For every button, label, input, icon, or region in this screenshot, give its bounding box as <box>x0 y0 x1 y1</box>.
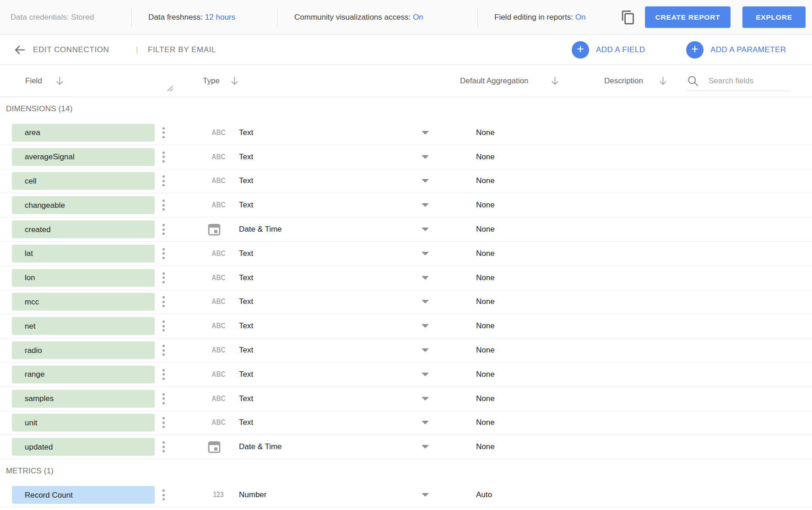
aggregation-value[interactable]: None <box>476 321 495 331</box>
dropdown-arrow-icon[interactable] <box>422 348 429 352</box>
field-type-value[interactable]: Text <box>239 152 253 162</box>
sort-down-icon[interactable] <box>54 75 65 87</box>
column-header-aggregation[interactable]: Default Aggregation <box>460 76 528 86</box>
add-a-field-button[interactable]: + ADD A FIELD <box>572 41 645 59</box>
more-options-icon[interactable] <box>161 415 167 430</box>
aggregation-value[interactable]: None <box>476 152 495 162</box>
field-type-value[interactable]: Text <box>239 297 253 306</box>
dropdown-arrow-icon[interactable] <box>422 421 429 424</box>
field-name-pill[interactable]: updated <box>12 438 155 456</box>
field-type-value[interactable]: Text <box>239 370 253 379</box>
field-name-pill[interactable]: range <box>12 365 155 383</box>
field-name-pill[interactable]: Record Count <box>12 486 155 504</box>
dropdown-arrow-icon[interactable] <box>422 397 429 401</box>
aggregation-value[interactable]: None <box>476 346 495 355</box>
sort-down-icon[interactable] <box>229 75 240 87</box>
aggregation-value[interactable]: None <box>476 442 495 451</box>
dropdown-arrow-icon[interactable] <box>422 252 429 255</box>
column-header-description[interactable]: Description <box>604 76 643 86</box>
dropdown-arrow-icon[interactable] <box>422 445 429 449</box>
field-name-pill[interactable]: created <box>12 221 155 239</box>
field-type-value[interactable]: Date & Time <box>239 442 282 451</box>
field-type-value[interactable]: Text <box>239 201 253 210</box>
aggregation-value[interactable]: None <box>476 297 495 306</box>
field-name-pill[interactable]: radio <box>12 342 155 359</box>
column-header-field[interactable]: Field <box>25 76 42 86</box>
filter-by-email-button[interactable]: FILTER BY EMAIL <box>148 45 216 54</box>
dropdown-arrow-icon[interactable] <box>422 179 429 183</box>
sort-down-icon[interactable] <box>657 75 669 87</box>
field-name-pill[interactable]: unit <box>12 414 155 432</box>
aggregation-value[interactable]: None <box>476 201 495 210</box>
more-options-icon[interactable] <box>161 488 167 502</box>
more-options-icon[interactable] <box>161 150 167 164</box>
table-row: netABCTextNone <box>0 314 812 338</box>
field-name-pill[interactable]: changeable <box>12 196 155 214</box>
more-options-icon[interactable] <box>161 367 167 382</box>
aggregation-value[interactable]: None <box>476 225 495 234</box>
field-name-pill[interactable]: lat <box>12 244 155 262</box>
aggregation-value[interactable]: Auto <box>476 490 492 499</box>
dropdown-arrow-icon[interactable] <box>422 276 429 280</box>
dropdown-arrow-icon[interactable] <box>422 373 429 376</box>
dropdown-arrow-icon[interactable] <box>422 203 429 207</box>
back-arrow-icon[interactable] <box>13 43 27 57</box>
dropdown-arrow-icon[interactable] <box>422 131 429 135</box>
field-type-value[interactable]: Text <box>239 128 253 137</box>
aggregation-value[interactable]: None <box>476 273 495 282</box>
more-options-icon[interactable] <box>161 343 167 358</box>
kebab-dot <box>162 200 165 202</box>
field-type-value[interactable]: Text <box>239 346 253 355</box>
dropdown-arrow-icon[interactable] <box>422 228 429 231</box>
copy-icon[interactable] <box>621 10 636 25</box>
data-freshness-value[interactable]: 12 hours <box>205 13 235 22</box>
more-options-icon[interactable] <box>161 319 167 333</box>
community-viz-value[interactable]: On <box>413 13 423 22</box>
more-options-icon[interactable] <box>161 246 167 261</box>
more-options-icon[interactable] <box>161 294 167 309</box>
add-a-parameter-button[interactable]: + ADD A PARAMETER <box>686 41 786 59</box>
field-type-value[interactable]: Text <box>239 273 253 282</box>
more-options-icon[interactable] <box>161 125 167 140</box>
field-editing-value[interactable]: On <box>575 13 586 22</box>
field-type-value[interactable]: Number <box>239 490 266 499</box>
field-type-value[interactable]: Text <box>239 394 253 403</box>
field-type-value[interactable]: Text <box>239 176 253 185</box>
field-name-pill[interactable]: mcc <box>12 293 155 311</box>
aggregation-value[interactable]: None <box>476 176 495 185</box>
aggregation-value[interactable]: None <box>476 418 495 427</box>
dropdown-arrow-icon[interactable] <box>422 155 429 159</box>
data-credentials-value[interactable]: Stored <box>71 13 94 22</box>
field-name-pill[interactable]: samples <box>12 390 155 407</box>
more-options-icon[interactable] <box>161 439 167 454</box>
search-fields-input[interactable] <box>709 76 805 86</box>
aggregation-value[interactable]: None <box>476 394 495 403</box>
dropdown-arrow-icon[interactable] <box>422 493 429 497</box>
field-type-value[interactable]: Text <box>239 418 253 427</box>
abc-type-icon: ABC <box>207 201 229 210</box>
more-options-icon[interactable] <box>161 198 167 212</box>
more-options-icon[interactable] <box>161 174 167 188</box>
dropdown-arrow-icon[interactable] <box>422 324 429 328</box>
field-name-pill[interactable]: cell <box>12 172 155 190</box>
create-report-button[interactable]: CREATE REPORT <box>645 6 731 28</box>
edit-connection-button[interactable]: EDIT CONNECTION <box>33 45 109 54</box>
field-name-pill[interactable]: averageSignal <box>12 148 155 166</box>
field-type-value[interactable]: Text <box>239 249 253 258</box>
more-options-icon[interactable] <box>161 391 167 406</box>
field-name-pill[interactable]: area <box>12 124 155 141</box>
column-resize-grip[interactable] <box>167 86 173 92</box>
aggregation-value[interactable]: None <box>476 249 495 258</box>
field-name-pill[interactable]: lon <box>12 269 155 287</box>
more-options-icon[interactable] <box>161 271 167 285</box>
more-options-icon[interactable] <box>161 222 167 237</box>
field-name-pill[interactable]: net <box>12 317 155 335</box>
aggregation-value[interactable]: None <box>476 370 495 379</box>
column-header-type[interactable]: Type <box>203 76 220 86</box>
dropdown-arrow-icon[interactable] <box>422 300 429 304</box>
field-type-value[interactable]: Text <box>239 321 253 331</box>
sort-down-icon[interactable] <box>549 75 561 87</box>
explore-button[interactable]: EXPLORE <box>742 6 806 28</box>
field-type-value[interactable]: Date & Time <box>239 225 282 234</box>
aggregation-value[interactable]: None <box>476 128 495 137</box>
